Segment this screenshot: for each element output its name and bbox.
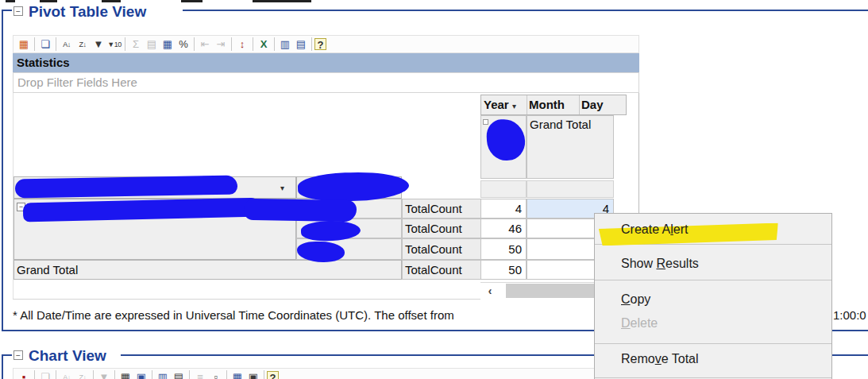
legend-icon[interactable]: ≡ — [192, 370, 208, 379]
toolbar-separator — [114, 370, 115, 379]
grand-total-column-header[interactable]: Grand Total — [527, 115, 614, 179]
toolbar-separator — [264, 370, 264, 379]
redaction-blob-row1b — [244, 199, 357, 222]
menu-separator — [595, 343, 831, 344]
measure-cell[interactable]: TotalCount — [402, 260, 481, 280]
cropped-pixel-fragment — [253, 0, 311, 2]
toolbar-separator — [125, 37, 125, 51]
empty-cell — [480, 180, 527, 198]
toolbar-separator — [56, 37, 56, 51]
cropped-pixel-fragment — [102, 0, 121, 2]
format-cells-icon[interactable]: ▤ — [144, 37, 160, 52]
menu-separator — [595, 280, 831, 280]
pivot-collapse-toggle[interactable]: − — [14, 6, 23, 16]
menu-item-copy[interactable]: Copy — [595, 288, 831, 311]
utc-footnote: * All Date/Time are expressed in Univers… — [13, 308, 454, 322]
percent-icon[interactable]: % — [176, 37, 191, 52]
menu-item-delete: Delete — [595, 312, 831, 335]
chart-sort-desc-icon[interactable]: Z↓ — [75, 370, 91, 379]
cube-title-bar: Statistics — [13, 53, 639, 72]
pivot-section-title: Pivot Table View — [29, 3, 146, 21]
collapse-field-icon[interactable]: ⇤ — [197, 37, 213, 52]
toolbar-separator — [226, 370, 227, 379]
context-menu: Create Alert Show Results Copy Delete Re… — [594, 213, 832, 379]
sort-descending-icon[interactable]: Z↓ — [75, 37, 91, 52]
month-column-header[interactable]: Month — [527, 95, 580, 114]
chart-sort-asc-icon[interactable]: A↓ — [59, 370, 75, 379]
export-excel-icon[interactable]: X — [256, 37, 272, 52]
line-chart-icon[interactable]: ▤ — [171, 370, 187, 379]
chart-collapse-toggle[interactable]: − — [14, 350, 23, 360]
chart-type-icon[interactable]: ▣ — [133, 370, 149, 379]
chart-help-icon[interactable]: ? — [267, 371, 279, 379]
sum-icon[interactable]: Σ — [128, 37, 144, 52]
toolbar-separator — [93, 370, 94, 379]
toolbar-separator — [56, 370, 56, 379]
year-column-header[interactable]: Year ▾ — [481, 95, 527, 114]
year-label: Year — [484, 98, 509, 111]
report-icon[interactable]: ▥ — [277, 37, 293, 52]
pivot-toolbar: ▦❏A↓Z↓▼▼10Σ▤▦%⇤⇥↕X▥▤? — [13, 35, 639, 53]
expand-field-icon[interactable]: ⇥ — [213, 37, 229, 52]
show-data-icon[interactable]: ▤ — [293, 37, 309, 52]
toolbar-separator — [311, 37, 312, 51]
toolbar-separator — [194, 37, 195, 51]
scrollbar-thumb[interactable] — [506, 284, 601, 298]
help-icon[interactable]: ? — [314, 38, 326, 50]
cropped-pixel-fragment — [181, 0, 203, 2]
menu-label: opy — [631, 292, 651, 306]
cropped-pixel-fragment — [40, 0, 57, 2]
three-d-icon[interactable]: ▦ — [230, 370, 245, 379]
menu-accel: R — [656, 257, 665, 270]
refresh-required-icon[interactable]: ↕ — [234, 37, 250, 52]
toolbar-separator — [231, 37, 232, 51]
menu-item-remove-total[interactable]: Remove Total — [595, 348, 831, 370]
chart-section-border — [2, 354, 3, 379]
pivot-table-page: − Pivot Table View ▦❏A↓Z↓▼▼10Σ▤▦%⇤⇥↕X▥▤?… — [0, 0, 868, 379]
bar-chart-icon[interactable]: ▥ — [155, 370, 171, 379]
zoom-chart-icon[interactable]: ▣ — [245, 370, 261, 379]
scroll-left-button[interactable]: ‹ — [480, 283, 500, 300]
expand-year-icon[interactable] — [483, 119, 488, 125]
measure-cell[interactable]: TotalCount — [402, 219, 481, 238]
menu-separator — [595, 377, 831, 378]
chart-filter-icon[interactable]: ▼ — [96, 370, 112, 379]
menu-label: e Total — [662, 352, 699, 365]
chart-copy-icon[interactable]: ❏ — [37, 370, 53, 379]
chart-refresh-icon[interactable]: ▪ — [16, 370, 32, 379]
chart-grid-icon[interactable]: ▦ — [118, 370, 133, 379]
value-cell[interactable]: 50 — [480, 260, 527, 280]
column-dimension-header: Year ▾ Month Day — [480, 95, 627, 115]
utc-footnote-fragment: 1:00:0 — [833, 308, 866, 322]
measure-cell[interactable]: TotalCount — [402, 238, 481, 260]
value-cell[interactable]: 4 — [480, 199, 527, 219]
day-column-header[interactable]: Day — [580, 95, 626, 114]
grand-total-row-label[interactable]: Grand Total — [14, 260, 402, 280]
value-cell[interactable]: 46 — [480, 219, 527, 238]
drop-filter-zone[interactable]: Drop Filter Fields Here — [13, 72, 639, 93]
toolbar-separator — [189, 370, 190, 379]
menu-item-show-results[interactable]: Show Results — [595, 253, 831, 275]
filter-icon[interactable]: ▼ — [91, 37, 106, 52]
value-cell[interactable]: 50 — [480, 238, 527, 260]
year-dropdown-icon[interactable]: ▾ — [512, 102, 516, 110]
field-chooser-icon[interactable]: ▦ — [16, 37, 32, 52]
empty-cell — [527, 180, 614, 198]
toolbar-separator — [274, 37, 275, 51]
pivot-section-border — [183, 10, 868, 11]
menu-label: Remo — [621, 352, 655, 365]
measure-cell[interactable]: TotalCount — [402, 199, 481, 219]
calculator-icon[interactable]: ▦ — [160, 37, 176, 52]
menu-label: Show — [621, 257, 656, 270]
sort-ascending-icon[interactable]: A↓ — [59, 37, 75, 52]
menu-label: elete — [631, 316, 658, 330]
labels-icon[interactable]: ▫ — [208, 370, 224, 379]
toolbar-separator — [152, 370, 152, 379]
top-10-filter-icon[interactable]: ▼10 — [106, 37, 122, 52]
copy-icon[interactable]: ❏ — [37, 37, 53, 52]
pivot-grid: Year ▾ Month Day Grand Total ▾ − Grand T… — [13, 93, 639, 300]
row-dimension-dropdown-icon[interactable]: ▾ — [280, 184, 284, 192]
chart-section-title: Chart View — [29, 347, 106, 365]
pivot-section-border — [2, 10, 3, 331]
menu-item-create-alert[interactable]: Create Alert — [595, 219, 831, 241]
